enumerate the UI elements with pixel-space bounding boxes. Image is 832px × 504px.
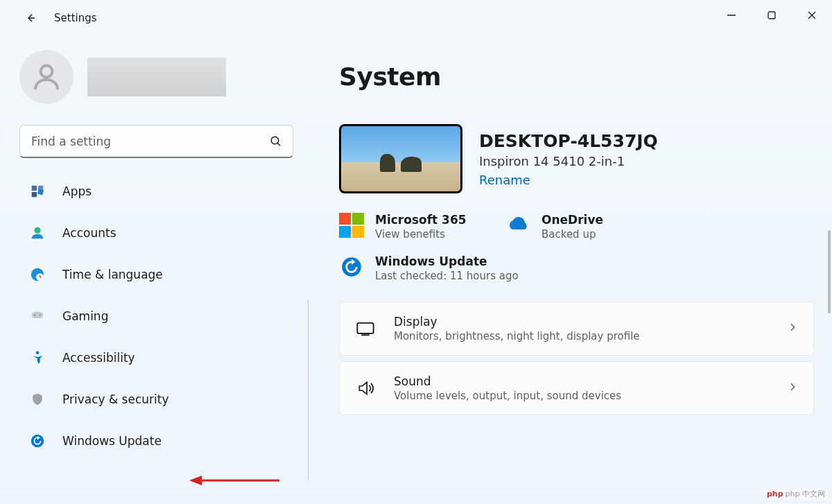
status-onedrive[interactable]: OneDrive Backed up: [505, 213, 665, 241]
user-name-redacted: [87, 58, 226, 96]
svg-point-5: [271, 137, 279, 144]
arrow-left-icon: [24, 12, 37, 24]
globe-clock-icon: [29, 266, 46, 283]
display-icon: [355, 318, 376, 339]
svg-rect-9: [32, 192, 37, 197]
accessibility-icon: [29, 349, 46, 366]
status-row: Microsoft 365 View benefits OneDrive Bac…: [339, 213, 814, 241]
svg-line-6: [277, 143, 280, 146]
card-title: Display: [394, 315, 787, 329]
card-sub: Monitors, brightness, night light, displ…: [394, 330, 787, 342]
person-icon: [30, 60, 63, 94]
status-microsoft-365[interactable]: Microsoft 365 View benefits: [339, 213, 499, 241]
window-controls: [711, 0, 832, 31]
minimize-button[interactable]: [711, 0, 752, 31]
search-icon: [270, 135, 282, 148]
nav-label: Apps: [62, 184, 92, 198]
status-title: Windows Update: [375, 254, 519, 268]
device-info: DESKTOP-4L537JQ Inspiron 14 5410 2-in-1 …: [479, 131, 658, 187]
accounts-icon: [29, 225, 46, 241]
sidebar-item-windows-update[interactable]: Windows Update: [19, 424, 293, 458]
status-title: Microsoft 365: [375, 213, 467, 227]
card-display[interactable]: Display Monitors, brightness, night ligh…: [339, 302, 814, 356]
app-title: Settings: [54, 12, 97, 24]
nav-label: Accounts: [62, 226, 116, 240]
device-thumbnail[interactable]: [339, 124, 462, 193]
chevron-right-icon: [787, 381, 798, 395]
svg-point-4: [41, 66, 53, 78]
card-sub: Volume levels, output, input, sound devi…: [394, 390, 787, 402]
close-icon: [807, 10, 817, 20]
nav-list: Apps Accounts Time & language Gaming Acc…: [19, 175, 293, 466]
svg-point-11: [34, 227, 40, 234]
sidebar-item-accounts[interactable]: Accounts: [19, 216, 293, 250]
device-row: DESKTOP-4L537JQ Inspiron 14 5410 2-in-1 …: [339, 124, 814, 193]
nav-label: Time & language: [62, 268, 163, 281]
back-button[interactable]: [17, 4, 44, 32]
sidebar-item-time-language[interactable]: Time & language: [19, 258, 293, 291]
svg-rect-1: [768, 12, 775, 19]
device-name: DESKTOP-4L537JQ: [479, 131, 658, 151]
page-title: System: [339, 62, 814, 91]
device-model: Inspiron 14 5410 2-in-1: [479, 154, 658, 168]
sidebar-item-apps[interactable]: Apps: [19, 175, 293, 208]
update-icon: [339, 254, 364, 279]
rename-link[interactable]: Rename: [479, 173, 530, 187]
shield-icon: [29, 391, 46, 408]
chevron-right-icon: [787, 322, 798, 336]
svg-point-19: [36, 351, 40, 354]
svg-marker-22: [189, 476, 202, 485]
card-sound[interactable]: Sound Volume levels, output, input, soun…: [339, 361, 814, 415]
svg-point-18: [40, 314, 41, 315]
status-sub: Backed up: [541, 228, 603, 241]
status-sub: Last checked: 11 hours ago: [375, 270, 519, 282]
nav-label: Windows Update: [62, 434, 162, 448]
svg-rect-7: [32, 186, 37, 191]
main-content: System DESKTOP-4L537JQ Inspiron 14 5410 …: [309, 36, 832, 504]
user-block[interactable]: [19, 50, 293, 104]
watermark: phpphp 中文网: [764, 488, 828, 500]
apps-icon: [29, 183, 46, 200]
search-input[interactable]: [19, 125, 293, 158]
update-icon: [29, 433, 46, 449]
scrollbar[interactable]: [828, 230, 831, 313]
close-button[interactable]: [792, 0, 832, 31]
title-bar: Settings: [0, 0, 832, 36]
status-windows-update[interactable]: Windows Update Last checked: 11 hours ag…: [339, 254, 814, 282]
sidebar-item-accessibility[interactable]: Accessibility: [19, 341, 293, 374]
card-title: Sound: [394, 374, 787, 388]
gaming-icon: [29, 308, 46, 324]
avatar: [19, 50, 73, 104]
minimize-icon: [727, 10, 736, 20]
sidebar-item-privacy[interactable]: Privacy & security: [19, 383, 293, 416]
onedrive-icon: [505, 213, 530, 238]
status-title: OneDrive: [541, 213, 603, 227]
nav-label: Gaming: [62, 309, 108, 323]
search-wrap: [19, 125, 293, 158]
sidebar: Apps Accounts Time & language Gaming Acc…: [0, 36, 309, 504]
svg-rect-24: [357, 323, 373, 333]
sidebar-item-gaming[interactable]: Gaming: [19, 299, 293, 333]
nav-label: Accessibility: [62, 351, 135, 365]
svg-point-17: [34, 314, 35, 315]
nav-label: Privacy & security: [62, 392, 169, 406]
status-sub: View benefits: [375, 228, 467, 241]
maximize-icon: [767, 10, 777, 20]
microsoft-logo-icon: [339, 213, 364, 238]
svg-rect-16: [32, 312, 44, 318]
red-arrow-annotation: [189, 473, 279, 487]
sound-icon: [355, 378, 376, 399]
maximize-button[interactable]: [752, 0, 792, 31]
